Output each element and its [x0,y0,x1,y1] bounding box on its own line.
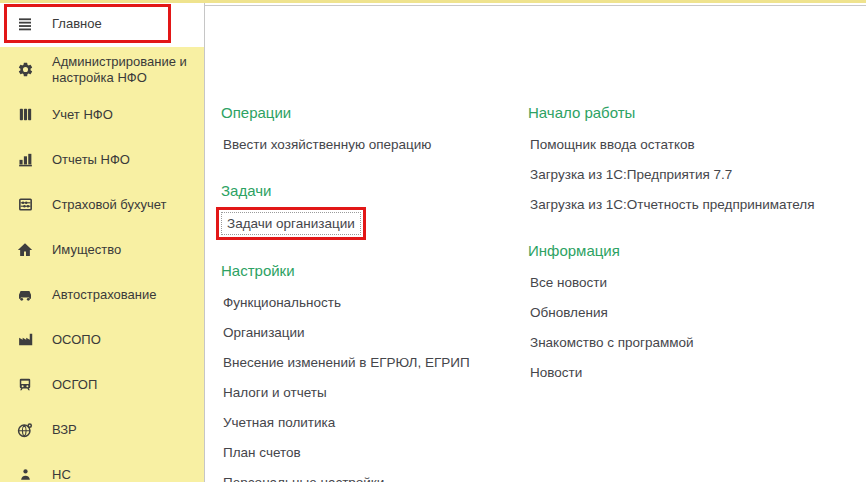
sidebar-item-label: Отчеты НФО [52,152,198,168]
link-row: Задачи организации [221,212,528,235]
sidebar-item-label: ОСГОП [52,377,198,393]
command-link[interactable]: Функциональность [221,292,343,313]
section-title: Начало работы [528,104,866,121]
section-operacii: ОперацииВвести хозяйственную операцию [221,104,528,155]
link-row: Обновления [528,302,866,323]
content-top-rule [205,5,866,6]
section-title: Настройки [221,262,528,279]
gear-icon [16,61,34,79]
sidebar-item-label: Имущество [52,242,198,258]
link-row: Внесение изменений в ЕГРЮЛ, ЕГРИП [221,352,528,373]
section-title: Операции [221,104,528,121]
command-link[interactable]: Ввести хозяйственную операцию [221,134,434,155]
sidebar-item-label: НС [52,467,198,482]
sidebar-item-uchet-nfo[interactable]: Учет НФО [0,92,204,137]
sidebar-items: ГлавноеАдминистрирование и настройка НФО… [0,0,204,482]
section-panel-sidebar: ГлавноеАдминистрирование и настройка НФО… [0,0,204,482]
command-link[interactable]: Помощник ввода остатков [528,134,697,155]
section-informaciya: ИнформацияВсе новостиОбновленияЗнакомств… [528,242,866,383]
link-row: Помощник ввода остатков [528,134,866,155]
link-row: Налоги и отчеты [221,382,528,403]
command-link[interactable]: Загрузка из 1С:Отчетность предпринимател… [528,194,817,215]
sidebar-divider [204,0,205,482]
card-file-icon [16,106,34,124]
command-link[interactable]: Задачи организации [221,212,361,235]
column-right: Начало работыПомощник ввода остатковЗагр… [528,104,866,482]
link-row: Организации [221,322,528,343]
link-row: Знакомство с программой [528,332,866,353]
command-link[interactable]: Все новости [528,272,609,293]
house-icon [16,241,34,259]
section-title: Информация [528,242,866,259]
link-row: Функциональность [221,292,528,313]
command-link[interactable]: Налоги и отчеты [221,382,329,403]
sidebar-item-glavnoe[interactable]: Главное [0,0,204,47]
sidebar-item-label: Учет НФО [52,107,198,123]
person-icon [16,466,34,482]
train-icon [16,376,34,394]
command-link[interactable]: Организации [221,322,307,343]
command-link[interactable]: Новости [528,362,584,383]
sidebar-item-label: Главное [52,16,198,32]
link-row: Ввести хозяйственную операцию [221,134,528,155]
sidebar-item-otchety-nfo[interactable]: Отчеты НФО [0,137,204,182]
command-link[interactable]: Внесение изменений в ЕГРЮЛ, ЕГРИП [221,352,472,373]
globe-pin-icon [16,421,34,439]
sidebar-item-avtostrahovanie[interactable]: Автострахование [0,272,204,317]
command-link[interactable]: Знакомство с программой [528,332,696,353]
sidebar-item-label: Страховой бухучет [52,197,198,213]
link-row: Учетная политика [221,412,528,433]
link-row: Загрузка из 1С:Предприятия 7.7 [528,164,866,185]
command-link[interactable]: Персональные настройки [221,472,386,482]
abacus-icon [16,196,34,214]
menu-icon [16,15,34,33]
car-icon [16,286,34,304]
sidebar-item-label: Администрирование и настройка НФО [52,54,198,86]
link-row: Все новости [528,272,866,293]
sidebar-item-administrirovanie-nfo[interactable]: Администрирование и настройка НФО [0,47,204,92]
sidebar-item-vzr[interactable]: ВЗР [0,407,204,452]
sidebar-item-osopo[interactable]: ОСОПО [0,317,204,362]
command-link[interactable]: Загрузка из 1С:Предприятия 7.7 [528,164,734,185]
sidebar-item-label: ОСОПО [52,332,198,348]
start-page: ОперацииВвести хозяйственную операциюЗад… [204,0,866,482]
column-left: ОперацииВвести хозяйственную операциюЗад… [221,104,528,482]
command-link[interactable]: Учетная политика [221,412,337,433]
link-row: Персональные настройки [221,472,528,482]
sidebar-item-imushchestvo[interactable]: Имущество [0,227,204,272]
app-window: ГлавноеАдминистрирование и настройка НФО… [0,0,866,482]
sidebar-item-osgop[interactable]: ОСГОП [0,362,204,407]
factory-icon [16,331,34,349]
link-row: Новости [528,362,866,383]
bar-chart-icon [16,151,34,169]
command-link[interactable]: План счетов [221,442,303,463]
top-window-edge [0,0,866,3]
section-nastroyki: НастройкиФункциональностьОрганизацииВнес… [221,262,528,482]
section-nachalo-raboty: Начало работыПомощник ввода остатковЗагр… [528,104,866,215]
link-row: План счетов [221,442,528,463]
link-row: Загрузка из 1С:Отчетность предпринимател… [528,194,866,215]
sidebar-item-strahovoy-buhuchet[interactable]: Страховой бухучет [0,182,204,227]
section-title: Задачи [221,182,528,199]
section-zadachi: ЗадачиЗадачи организации [221,182,528,235]
sidebar-item-ns[interactable]: НС [0,452,204,482]
command-link[interactable]: Обновления [528,302,610,323]
sidebar-item-label: Автострахование [52,287,198,303]
sidebar-item-label: ВЗР [52,422,198,438]
